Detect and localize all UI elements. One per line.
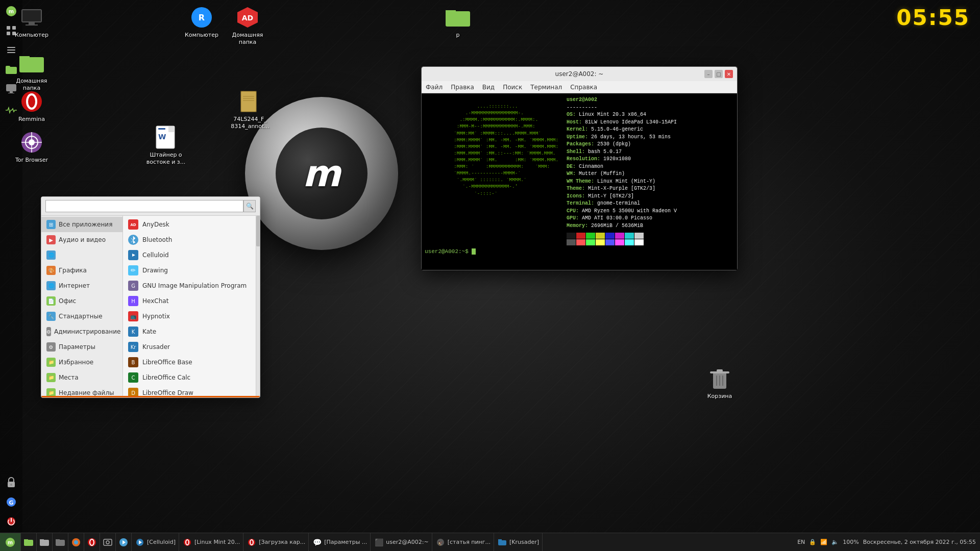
taskbar-opera-btn[interactable] xyxy=(84,533,100,552)
svg-text:AD: AD xyxy=(242,14,253,22)
app-menu-search-button[interactable]: 🔍 xyxy=(243,200,256,212)
taskbar-celluloid[interactable]: [Celluloid] xyxy=(132,533,179,552)
category-office[interactable]: 📄 Офис xyxy=(41,293,122,309)
taskbar-datetime: Воскресенье, 2 октября 2022 г., 05:55 xyxy=(863,539,976,545)
sidebar-lock-icon[interactable] xyxy=(2,473,20,492)
taskbar-firefox-btn[interactable] xyxy=(68,533,84,552)
app-item-hexchat[interactable]: H HexChat xyxy=(123,293,256,309)
desktop-icon-home[interactable]: Домашняя папка xyxy=(11,51,52,92)
app-item-drawing[interactable]: ✏ Drawing xyxy=(123,263,256,278)
svg-rect-82 xyxy=(498,539,502,541)
terminal-menu-search[interactable]: Поиск xyxy=(503,84,522,91)
desktop-icon-anydesk[interactable]: AD Домашняя папка xyxy=(227,5,268,46)
remmina-label: Компьютер xyxy=(185,32,218,39)
terminal-menubar: Файл Правка Вид Поиск Терминал Справка xyxy=(422,81,737,93)
desktop-icon-computer[interactable]: Компьютер xyxy=(11,5,52,39)
app-item-hypnotix[interactable]: 📺 Hypnotix xyxy=(123,309,256,324)
sidebar-g-icon[interactable]: G xyxy=(2,493,20,511)
taskbar-video-btn[interactable] xyxy=(116,533,132,552)
app-item-celluloid[interactable]: Celluloid xyxy=(123,247,256,263)
app-item-localc[interactable]: C LibreOffice Calc xyxy=(123,370,256,385)
terminal-menu-edit[interactable]: Правка xyxy=(451,84,474,91)
taskbar-krusader[interactable]: [Krusader] xyxy=(494,533,543,552)
svg-rect-36 xyxy=(241,91,256,112)
anydesk-label: Домашняя папка xyxy=(227,32,268,46)
terminal-menu-file[interactable]: Файл xyxy=(426,84,443,91)
app-menu-search-input[interactable] xyxy=(45,200,243,212)
app-item-gimp[interactable]: G GNU Image Manipulation Program xyxy=(123,278,256,293)
desktop-icon-steiner[interactable]: W Штайнер о востоке и з... xyxy=(145,125,186,166)
taskbar-network-icon[interactable]: 🔒 xyxy=(809,539,816,545)
category-graphics[interactable]: 🎨 Графика xyxy=(41,263,122,278)
torbrowser-label: Tor Browser xyxy=(15,157,48,164)
trash-label: Корзина xyxy=(707,393,732,400)
app-menu-bottom-indicator xyxy=(41,396,260,397)
taskbar: m xyxy=(0,533,980,551)
category-favorites[interactable]: 📁 Избранное xyxy=(41,355,122,370)
app-item-lodraw[interactable]: D LibreOffice Draw xyxy=(123,385,256,396)
taskbar-terminal[interactable]: ⬛ user2@A002:~ xyxy=(371,533,432,552)
taskbar-sound-icon[interactable]: 🔈 xyxy=(831,539,839,545)
app-menu-categories: ⊞ Все приложения ▶ Аудио и видео 🌐 🎨 Гра… xyxy=(41,216,123,396)
terminal-close-btn[interactable]: ✕ xyxy=(725,70,733,78)
app-item-krusader[interactable]: Kr Krusader xyxy=(123,339,256,355)
terminal-titlebar: user2@A002: ~ – □ ✕ xyxy=(422,67,737,81)
svg-rect-49 xyxy=(717,369,723,372)
desktop-icon-remmina[interactable]: R Компьютер xyxy=(181,5,222,39)
category-recent[interactable]: 📁 Недавние файлы xyxy=(41,385,122,396)
taskbar-loading-label: [Загрузка кар... xyxy=(259,539,305,545)
taskbar-start-btn[interactable]: m xyxy=(0,533,21,552)
terminal-maximize-btn[interactable]: □ xyxy=(715,70,723,78)
svg-rect-21 xyxy=(29,22,35,24)
taskbar-files-btn[interactable] xyxy=(21,533,37,552)
taskbar-linuxmint[interactable]: [Linux Mint 20... xyxy=(179,533,243,552)
app-item-bluetooth[interactable]: Bluetooth xyxy=(123,232,256,247)
desktop-icon-74ls244[interactable]: 74LS244_F_ 8314_annot... xyxy=(227,89,273,131)
desktop-icon-torbrowser[interactable]: Tor Browser xyxy=(11,130,52,164)
category-all[interactable]: ⊞ Все приложения xyxy=(41,217,122,232)
category-settings[interactable]: ⚙ Параметры xyxy=(41,339,122,355)
category-internet[interactable]: 🌐 Интернет xyxy=(41,278,122,293)
svg-rect-7 xyxy=(7,49,15,51)
taskbar-folder2-btn[interactable] xyxy=(53,533,68,552)
svg-text:m: m xyxy=(8,540,13,545)
sidebar-power-icon[interactable] xyxy=(2,512,20,531)
category-admin[interactable]: ⚙ Администрирование xyxy=(41,324,122,339)
app-item-lobase[interactable]: B LibreOffice Base xyxy=(123,355,256,370)
terminal-window: user2@A002: ~ – □ ✕ Файл Правка Вид Поис… xyxy=(421,66,738,270)
terminal-menu-terminal[interactable]: Терминал xyxy=(530,84,562,91)
app-item-anydesk[interactable]: AD AnyDesk xyxy=(123,217,256,232)
app-menu-scrollbar[interactable] xyxy=(256,216,260,396)
terminal-prompt[interactable]: user2@A002:~$ xyxy=(425,248,734,255)
svg-rect-4 xyxy=(7,32,10,35)
taskbar-lang[interactable]: EN xyxy=(797,539,805,545)
terminal-menu-help[interactable]: Справка xyxy=(570,84,597,91)
app-menu-apps-list: AD AnyDesk Bluetooth Cell xyxy=(123,216,256,396)
desktop-icon-opera[interactable]: Remmina xyxy=(11,89,52,123)
terminal-menu-view[interactable]: Вид xyxy=(482,84,495,91)
taskbar-loading[interactable]: [Загрузка кар... xyxy=(243,533,309,552)
svg-rect-60 xyxy=(24,539,28,541)
taskbar-screenshot-btn[interactable] xyxy=(100,533,116,552)
category-audiovideo[interactable]: ▶ Аудио и видео xyxy=(41,232,122,247)
svg-rect-62 xyxy=(40,539,44,541)
svg-rect-24 xyxy=(19,56,30,60)
desktop-icon-trash[interactable]: Корзина xyxy=(699,366,740,400)
terminal-minimize-btn[interactable]: – xyxy=(704,70,713,78)
computer-label: Компьютер xyxy=(15,32,48,39)
taskbar-wifi-icon[interactable]: 📶 xyxy=(820,539,827,545)
category-places[interactable]: 📁 Места xyxy=(41,370,122,385)
taskbar-params[interactable]: 💬 [Параметры ... xyxy=(309,533,371,552)
opera-label: Remmina xyxy=(18,116,45,123)
svg-text:G: G xyxy=(9,499,13,506)
desktop-icon-pfolder[interactable]: р xyxy=(440,5,476,39)
category-internet2[interactable]: 🌐 xyxy=(41,247,122,263)
desktop: 05:55 m m xyxy=(0,0,980,551)
svg-text:AD: AD xyxy=(130,223,136,227)
taskbar-ping[interactable]: 🦅 [статья пинг... xyxy=(432,533,494,552)
category-standard[interactable]: 🔧 Стандартные xyxy=(41,309,122,324)
svg-rect-64 xyxy=(56,539,60,541)
taskbar-krusader-label: [Krusader] xyxy=(509,539,539,545)
app-item-kate[interactable]: K Kate xyxy=(123,324,256,339)
taskbar-nemo-btn[interactable] xyxy=(37,533,53,552)
